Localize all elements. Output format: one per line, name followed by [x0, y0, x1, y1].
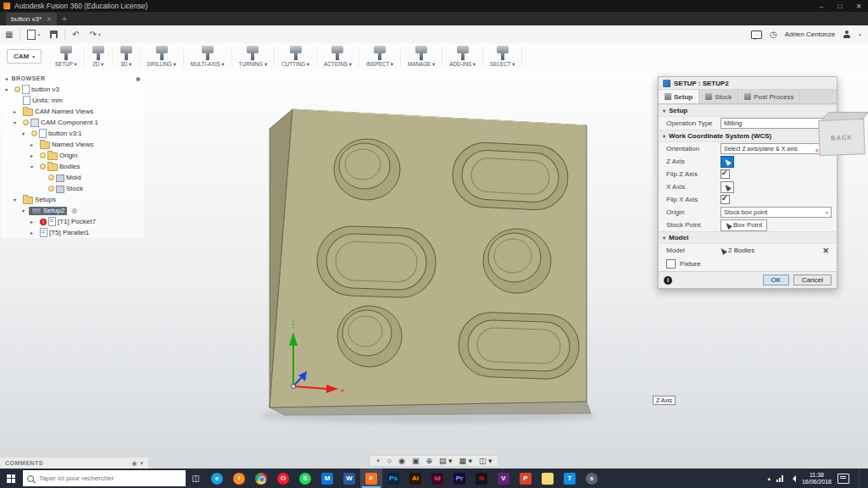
comments-collapse-icon[interactable]: ▾ — [140, 460, 143, 467]
bulb-icon[interactable] — [48, 175, 54, 180]
comments-bar[interactable]: COMMENTS ◉ ▾ — [0, 457, 149, 469]
tab-stock[interactable]: Stock — [699, 90, 738, 103]
taskbar-app-premiere[interactable]: Pr — [448, 469, 470, 488]
fixture-checkbox[interactable] — [666, 259, 676, 269]
taskbar-app-opera[interactable]: O — [272, 469, 294, 488]
minimize-button[interactable]: – — [812, 3, 831, 10]
document-tab[interactable]: button v3* ✕ — [6, 13, 57, 25]
expand-arrow-icon[interactable]: ▸ — [31, 230, 37, 236]
tree-item-button-v3[interactable]: ▾button v3 — [2, 84, 144, 95]
taskbar-app-netflix[interactable]: N — [470, 469, 492, 488]
bulb-icon[interactable] — [31, 130, 37, 136]
tab-post-process[interactable]: Post Process — [738, 90, 800, 103]
setup-dialog-header[interactable]: SETUP : SETUP2 — [659, 77, 837, 90]
tray-chevron-icon[interactable]: ▴ — [767, 475, 771, 482]
tree-item-cam-component-1[interactable]: ▾CAM Component 1 — [2, 117, 144, 128]
suppress-icon[interactable]: ◎ — [71, 207, 77, 214]
bulb-icon[interactable] — [48, 186, 54, 191]
info-icon[interactable]: i — [664, 276, 672, 285]
close-button[interactable]: ✕ — [849, 3, 868, 10]
stock-point-button[interactable]: Box Point — [721, 219, 767, 231]
orbit-icon[interactable]: ○ — [385, 457, 394, 465]
redo-button[interactable]: ↷▾ — [85, 25, 106, 43]
bulb-icon[interactable] — [14, 86, 20, 92]
workspace-selector[interactable]: CAM ▾ — [7, 49, 42, 64]
taskbar-app-file-explorer[interactable] — [537, 469, 559, 488]
ribbon-group-multi-axis[interactable]: MULTI-AXIS ▾ — [184, 46, 232, 67]
expand-arrow-icon[interactable]: ▸ — [14, 108, 20, 114]
tree-item-t1-pocket7[interactable]: ▸![T1] Pocket7 — [2, 216, 144, 227]
grid-and-snaps-icon[interactable]: ▦ ▾ — [457, 457, 476, 465]
pan-icon[interactable]: + — [373, 457, 382, 465]
expand-arrow-icon[interactable]: ▾ — [5, 86, 12, 92]
task-view-button[interactable]: ◫ — [186, 469, 206, 488]
start-button[interactable] — [0, 469, 22, 488]
taskbar-app-visual-studio[interactable]: V — [492, 469, 515, 488]
expand-arrow-icon[interactable]: ▸ — [31, 219, 37, 225]
taskbar-app-fusion-360[interactable]: F — [360, 469, 382, 488]
model-selection[interactable]: 2 Bodies — [721, 247, 820, 254]
taskbar-search[interactable] — [23, 470, 186, 486]
taskbar-app-edge[interactable]: e — [206, 469, 228, 488]
expand-arrow-icon[interactable]: ▾ — [22, 130, 29, 136]
account-avatar-icon[interactable] — [843, 30, 851, 39]
data-panel-button[interactable]: ▦ — [0, 25, 18, 43]
tree-item-units-mm[interactable]: Units: mm — [2, 95, 144, 106]
close-tab-icon[interactable]: ✕ — [47, 16, 52, 23]
expand-arrow-icon[interactable]: ▾ — [31, 164, 37, 169]
view-cube-front-face[interactable]: BACK — [818, 119, 865, 156]
network-icon[interactable] — [776, 475, 783, 482]
display-settings-icon[interactable]: ▤ ▾ — [437, 457, 455, 465]
taskbar-app-spotify[interactable]: S — [294, 469, 316, 488]
ribbon-group-cutting[interactable]: CUTTING ▾ — [275, 46, 317, 67]
look-at-icon[interactable]: ◉ — [396, 457, 408, 465]
taskbar-app-firefox[interactable]: f — [228, 469, 250, 488]
account-menu-chevron[interactable]: ▾ — [859, 32, 861, 37]
ribbon-group-setup[interactable]: SETUP ▾ — [48, 46, 85, 67]
ribbon-group-turning[interactable]: TURNING ▾ — [232, 46, 275, 67]
taskbar-app-illustrator[interactable]: Ai — [404, 469, 426, 488]
zoom-window-icon[interactable]: ▣ — [409, 457, 422, 465]
taskbar-app-word[interactable]: W — [338, 469, 360, 488]
ribbon-group-inspect[interactable]: INSPECT ▾ — [359, 46, 401, 67]
taskbar-app-steam[interactable]: s — [581, 469, 603, 488]
search-input[interactable] — [37, 474, 159, 483]
taskbar-app-indesign[interactable]: Id — [426, 469, 448, 488]
file-menu-button[interactable]: ▾ — [22, 25, 45, 43]
zoom-icon[interactable]: ⊕ — [423, 457, 435, 465]
tree-item-stock[interactable]: Stock — [2, 183, 144, 194]
comments-icon[interactable] — [751, 30, 762, 39]
tree-item-setup2[interactable]: ▾Setup2◎ — [2, 205, 144, 216]
expand-arrow-icon[interactable]: ▸ — [31, 152, 37, 158]
expand-arrow-icon[interactable]: ▾ — [22, 208, 29, 214]
ribbon-group-select[interactable]: SELECT ▾ — [483, 46, 522, 67]
ribbon-group-drilling[interactable]: DRILLING ▾ — [141, 46, 184, 67]
collapse-browser-icon[interactable]: ◂ — [5, 75, 8, 81]
origin-point[interactable] — [292, 385, 296, 389]
tree-item-bodies[interactable]: ▾Bodies — [2, 161, 144, 172]
cancel-button[interactable]: Cancel — [793, 274, 832, 286]
section-setup[interactable]: ▾Setup — [659, 104, 837, 117]
section-wcs[interactable]: ▾Work Coordinate System (WCS) — [659, 130, 837, 142]
tree-item-t5-parallel1[interactable]: ▸[T5] Parallel1 — [2, 227, 144, 238]
bulb-icon[interactable] — [23, 119, 29, 125]
origin-select[interactable]: Stock box point▾ — [721, 207, 832, 218]
taskbar-app-teamviewer[interactable]: T — [559, 469, 581, 488]
taskbar-app-chrome[interactable] — [250, 469, 272, 488]
tree-item-named-views[interactable]: ▸Named Views — [2, 139, 144, 150]
z-axis-select-button[interactable] — [721, 156, 734, 168]
tree-item-cam-named-views[interactable]: ▸CAM Named Views — [2, 106, 144, 117]
tree-item-mold[interactable]: Mold — [2, 172, 144, 183]
ribbon-group-manage[interactable]: MANAGE ▾ — [401, 46, 442, 67]
maximize-button[interactable]: □ — [831, 3, 849, 10]
ribbon-group-3d[interactable]: 3D ▾ — [113, 46, 141, 67]
taskbar-app-photoshop[interactable]: Ps — [382, 469, 404, 488]
tree-item-setups[interactable]: ▾Setups — [2, 194, 144, 205]
ok-button[interactable]: OK — [763, 274, 790, 286]
ribbon-group-2d[interactable]: 2D ▾ — [85, 46, 113, 67]
flip-z-checkbox[interactable] — [721, 169, 730, 179]
taskbar-app-mail[interactable]: M — [316, 469, 338, 488]
viewport-canvas[interactable]: x ◂ BROWSER ◉ ▾button v3Units: mm▸CAM Na… — [0, 69, 868, 469]
tab-setup[interactable]: Setup — [659, 90, 699, 103]
ribbon-group-actions[interactable]: ACTIONS ▾ — [317, 46, 359, 67]
